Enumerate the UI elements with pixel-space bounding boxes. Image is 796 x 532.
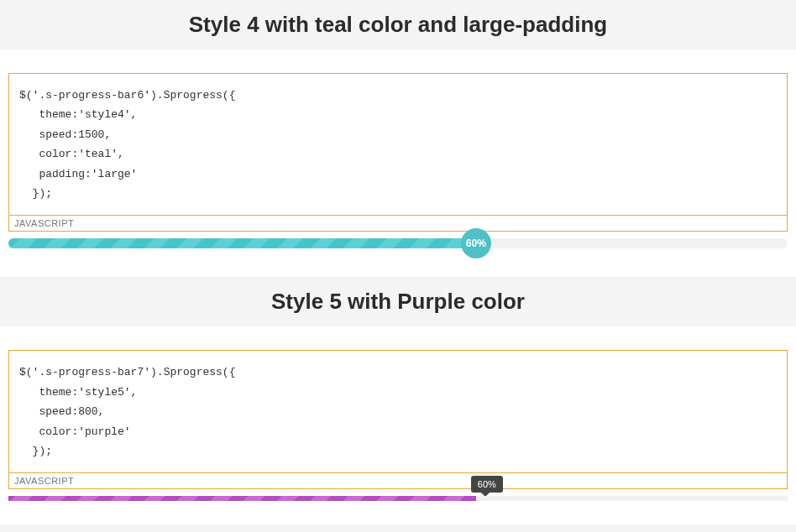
- code-block[interactable]: $('.s-progress-bar6').Sprogress({ theme:…: [8, 73, 788, 216]
- progress-track: [8, 496, 788, 501]
- progress-fill: [8, 496, 476, 501]
- section-divider: [0, 524, 796, 532]
- section-title: Style 5 with Purple color: [8, 289, 788, 315]
- section-header-style5: Style 5 with Purple color: [0, 277, 796, 326]
- code-example-style5: $('.s-progress-bar7').Sprogress({ theme:…: [8, 350, 788, 489]
- section-header-style4: Style 4 with teal color and large-paddin…: [0, 0, 796, 50]
- progress-bar-style4: 60%: [8, 238, 788, 248]
- progress-fill: 60%: [8, 238, 476, 248]
- progress-value-tooltip: 60%: [471, 476, 503, 493]
- code-block[interactable]: $('.s-progress-bar7').Sprogress({ theme:…: [8, 350, 788, 473]
- progress-track: 60%: [8, 238, 788, 248]
- progress-bar-style5: 60%: [8, 496, 788, 501]
- section-title: Style 4 with teal color and large-paddin…: [8, 12, 788, 38]
- progress-value-badge: 60%: [461, 228, 491, 258]
- code-language-label: JAVASCRIPT: [8, 216, 788, 232]
- code-language-label: JAVASCRIPT: [8, 473, 788, 489]
- code-example-style4: $('.s-progress-bar6').Sprogress({ theme:…: [8, 73, 788, 232]
